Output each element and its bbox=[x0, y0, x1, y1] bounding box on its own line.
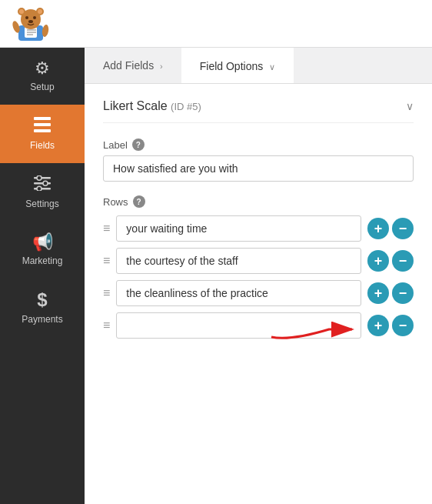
drag-handle-icon-4[interactable]: ≡ bbox=[103, 319, 110, 332]
svg-rect-15 bbox=[34, 117, 51, 120]
tab-field-options[interactable]: Field Options ∨ bbox=[181, 48, 294, 83]
row-input-2[interactable] bbox=[116, 248, 361, 274]
sidebar-item-fields-label: Fields bbox=[30, 140, 55, 151]
top-bar bbox=[0, 0, 432, 48]
row-buttons-4: + − bbox=[367, 315, 414, 336]
row-add-button-3[interactable]: + bbox=[367, 282, 389, 304]
tab-bar: Add Fields › Field Options ∨ bbox=[85, 48, 432, 84]
sidebar-item-setup-label: Setup bbox=[30, 82, 54, 92]
sidebar-item-payments[interactable]: $ Payments bbox=[0, 279, 85, 337]
sidebar-item-fields[interactable]: Fields bbox=[0, 105, 85, 163]
bear-logo-icon bbox=[11, 4, 51, 44]
row-remove-button-3[interactable]: − bbox=[392, 282, 414, 304]
fields-icon bbox=[34, 117, 51, 135]
drag-handle-icon-2[interactable]: ≡ bbox=[103, 254, 110, 268]
red-arrow-annotation bbox=[268, 314, 360, 345]
marketing-icon: 📢 bbox=[32, 234, 53, 251]
row-remove-button-1[interactable]: − bbox=[392, 218, 414, 239]
tab-add-fields-arrow: › bbox=[160, 62, 163, 71]
field-header: Likert Scale (ID #5) ∨ bbox=[103, 99, 414, 123]
content-area: Add Fields › Field Options ∨ Likert Scal… bbox=[85, 48, 432, 504]
svg-point-9 bbox=[38, 9, 42, 14]
field-title-text: Likert Scale bbox=[103, 99, 168, 112]
row-item-4: ≡ + − bbox=[103, 312, 414, 339]
row-remove-button-2[interactable]: − bbox=[392, 250, 414, 272]
sidebar-item-marketing[interactable]: 📢 Marketing bbox=[0, 222, 85, 279]
rows-label-text: Rows bbox=[103, 196, 128, 208]
sidebar-item-settings[interactable]: Settings bbox=[0, 163, 85, 222]
row-input-3[interactable] bbox=[116, 280, 361, 306]
svg-point-21 bbox=[37, 175, 42, 180]
sidebar-item-marketing-label: Marketing bbox=[22, 255, 63, 266]
rows-label: Rows ? bbox=[103, 195, 414, 208]
row-remove-button-4[interactable]: − bbox=[392, 315, 414, 336]
field-title: Likert Scale (ID #5) bbox=[103, 99, 201, 113]
row-input-1[interactable] bbox=[116, 215, 361, 242]
svg-point-12 bbox=[28, 20, 33, 23]
row-item-2: ≡ + − bbox=[103, 248, 414, 274]
tab-field-options-label: Field Options bbox=[200, 60, 263, 72]
sidebar-item-settings-label: Settings bbox=[25, 199, 58, 209]
row-item-3: ≡ + − bbox=[103, 280, 414, 306]
logo bbox=[8, 2, 54, 45]
label-help-icon[interactable]: ? bbox=[132, 139, 145, 151]
main-layout: ⚙ Setup Fields bbox=[0, 48, 432, 504]
row-add-button-1[interactable]: + bbox=[367, 218, 389, 239]
row-buttons-2: + − bbox=[367, 250, 414, 272]
rows-help-icon[interactable]: ? bbox=[133, 195, 145, 208]
svg-point-7 bbox=[19, 9, 24, 14]
tab-add-fields[interactable]: Add Fields › bbox=[85, 48, 181, 83]
sidebar: ⚙ Setup Fields bbox=[0, 48, 85, 504]
row-add-button-2[interactable]: + bbox=[367, 250, 389, 272]
svg-point-22 bbox=[43, 181, 48, 185]
drag-handle-icon-3[interactable]: ≡ bbox=[103, 286, 110, 300]
tab-add-fields-label: Add Fields bbox=[103, 59, 154, 72]
row-item-1: ≡ + − bbox=[103, 215, 414, 242]
field-id: (ID #5) bbox=[171, 101, 201, 112]
svg-point-11 bbox=[33, 16, 36, 19]
svg-rect-16 bbox=[34, 123, 51, 126]
field-options-panel: Likert Scale (ID #5) ∨ Label ? Rows ? bbox=[85, 84, 432, 504]
row-buttons-1: + − bbox=[367, 218, 414, 239]
tab-field-options-arrow: ∨ bbox=[269, 62, 275, 72]
row-buttons-3: + − bbox=[367, 282, 414, 304]
settings-icon bbox=[34, 175, 51, 194]
row-add-button-4[interactable]: + bbox=[367, 315, 389, 336]
field-collapse-chevron-icon[interactable]: ∨ bbox=[406, 100, 414, 112]
label-section: Label ? bbox=[103, 139, 414, 182]
gear-icon: ⚙ bbox=[35, 60, 50, 77]
drag-handle-icon-1[interactable]: ≡ bbox=[103, 222, 110, 235]
label-input[interactable] bbox=[103, 155, 414, 182]
label-text: Label bbox=[103, 139, 128, 151]
sidebar-item-payments-label: Payments bbox=[22, 314, 62, 325]
sidebar-item-setup[interactable]: ⚙ Setup bbox=[0, 48, 85, 105]
payments-icon: $ bbox=[37, 291, 47, 309]
svg-rect-17 bbox=[34, 129, 51, 132]
svg-point-10 bbox=[25, 16, 28, 19]
label-field-label: Label ? bbox=[103, 139, 414, 151]
rows-section: Rows ? ≡ + − ≡ + bbox=[103, 195, 414, 339]
svg-point-23 bbox=[37, 186, 42, 191]
